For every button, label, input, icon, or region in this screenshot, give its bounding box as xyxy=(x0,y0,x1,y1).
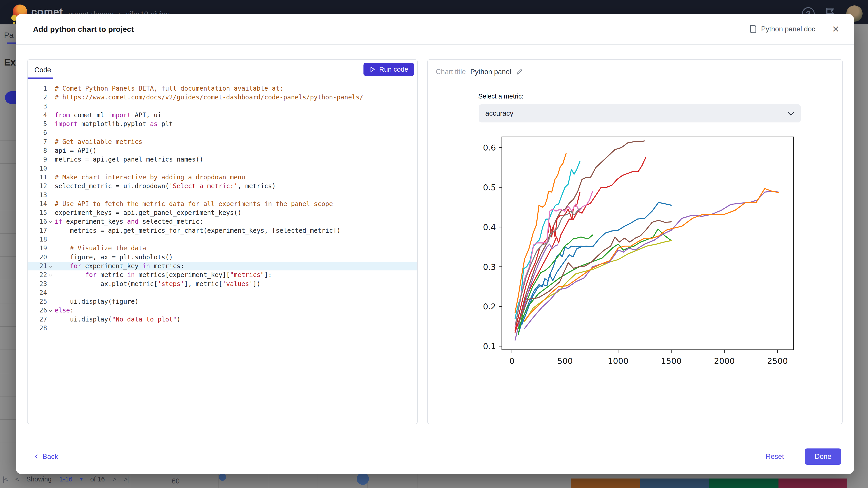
code-line-text: selected_metric = ui.dropdown('Select a … xyxy=(55,182,276,191)
code-line[interactable]: 2# https://www.comet.com/docs/v2/guides/… xyxy=(28,93,417,102)
code-line-text: experiment_keys = api.get_panel_experime… xyxy=(55,208,241,217)
code-line-number: 26 xyxy=(28,306,47,315)
code-line[interactable]: 10 xyxy=(28,164,417,173)
code-line-text: # Get available metrics xyxy=(55,137,143,146)
code-line[interactable]: 9metrics = api.get_panel_metrics_names() xyxy=(28,155,417,164)
code-line-text: figure, ax = plt.subplots() xyxy=(55,253,173,262)
code-line-number: 21 xyxy=(28,262,47,270)
code-line-number: 16 xyxy=(28,217,47,226)
code-fold-gutter xyxy=(47,244,55,253)
chart-y-tick-label: 0.1 xyxy=(483,341,496,351)
code-line-number: 2 xyxy=(28,93,47,102)
code-line-text: if experiment_keys and selected_metric: xyxy=(55,217,203,226)
mini-chart-gridline xyxy=(218,474,219,488)
pagination-last-icon[interactable]: >| xyxy=(124,475,128,483)
background-bar-segment xyxy=(571,479,640,488)
table-row-divider xyxy=(0,443,16,443)
pagination-next-icon[interactable]: > xyxy=(113,475,116,483)
code-line[interactable]: 28 xyxy=(28,324,417,332)
back-button[interactable]: ‹ Back xyxy=(35,453,58,461)
reset-button[interactable]: Reset xyxy=(766,453,784,461)
close-icon[interactable]: ✕ xyxy=(832,25,839,34)
table-row-divider xyxy=(0,187,16,187)
code-line[interactable]: 11# Make chart interactive by adding a d… xyxy=(28,173,417,182)
metric-dropdown[interactable]: accuracy xyxy=(479,104,801,123)
python-panel-doc-link[interactable]: Python panel doc xyxy=(749,25,815,33)
code-line-text: metrics = api.get_metrics_for_chart(expe… xyxy=(55,226,340,235)
code-line-number: 27 xyxy=(28,315,47,324)
pagination-range[interactable]: 1-16 xyxy=(59,476,72,483)
code-fold-chevron-icon[interactable] xyxy=(47,306,55,315)
chart-x-tick-label: 1500 xyxy=(661,356,682,365)
code-line[interactable]: 22 for metric in metrics[experiment_key]… xyxy=(28,270,417,279)
code-line[interactable]: 16if experiment_keys and selected_metric… xyxy=(28,217,417,226)
code-line[interactable]: 24 xyxy=(28,288,417,297)
pagination-prev-icon[interactable]: < xyxy=(15,475,19,483)
code-line-number: 19 xyxy=(28,244,47,253)
code-line[interactable]: 13 xyxy=(28,191,417,199)
code-line-number: 25 xyxy=(28,297,47,306)
code-line[interactable]: 14# Use API to fetch the metric data for… xyxy=(28,199,417,208)
run-code-button[interactable]: Run code xyxy=(364,63,414,76)
code-editor[interactable]: 1# Comet Python Panels BETA, full docume… xyxy=(28,79,417,332)
code-line[interactable]: 27 ui.display("No data to plot") xyxy=(28,315,417,324)
code-fold-gutter xyxy=(47,253,55,262)
code-line[interactable]: 19 # Visualize the data xyxy=(28,244,417,253)
active-tab-underline xyxy=(28,77,53,79)
code-line-text: for metric in metrics[experiment_key]["m… xyxy=(55,270,272,279)
tab-code[interactable]: Code xyxy=(34,66,51,74)
code-line[interactable]: 21 for experiment_key in metrics: xyxy=(28,262,417,270)
edit-pencil-icon[interactable] xyxy=(516,68,523,75)
code-line-text: ax.plot(metric['steps'], metric['values'… xyxy=(55,280,260,288)
code-line-text: # Visualize the data xyxy=(55,244,146,253)
chart-x-tick-label: 2500 xyxy=(767,356,788,365)
chevron-left-icon: ‹ xyxy=(35,451,38,461)
code-line-number: 23 xyxy=(28,280,47,288)
code-fold-chevron-icon[interactable] xyxy=(47,217,55,226)
run-code-label: Run code xyxy=(379,66,408,73)
experiments-heading-truncated: Ex xyxy=(4,57,16,68)
code-line[interactable]: 26else: xyxy=(28,306,417,315)
code-line-number: 3 xyxy=(28,102,47,111)
code-line[interactable]: 20 figure, ax = plt.subplots() xyxy=(28,253,417,262)
code-line[interactable]: 23 ax.plot(metric['steps'], metric['valu… xyxy=(28,280,417,288)
code-line-number: 14 xyxy=(28,199,47,208)
code-fold-chevron-icon[interactable] xyxy=(47,262,55,270)
code-line[interactable]: 17 metrics = api.get_metrics_for_chart(e… xyxy=(28,226,417,235)
chart-y-tick-label: 0.6 xyxy=(483,143,496,152)
primary-pill-button-fragment[interactable] xyxy=(5,91,16,104)
code-fold-gutter xyxy=(47,137,55,146)
metric-select-label: Select a metric: xyxy=(478,93,524,100)
code-line[interactable]: 1# Comet Python Panels BETA, full docume… xyxy=(28,84,417,93)
mini-chart-gridline xyxy=(268,474,268,488)
code-line[interactable]: 4from comet_ml import API, ui xyxy=(28,111,417,120)
background-bar-segment xyxy=(709,479,778,488)
code-line-text: else: xyxy=(55,306,74,315)
code-line[interactable]: 7# Get available metrics xyxy=(28,137,417,146)
code-line-text: ui.display("No data to plot") xyxy=(55,315,180,324)
code-line-text: ui.display(figure) xyxy=(55,297,138,306)
code-fold-chevron-icon[interactable] xyxy=(47,270,55,279)
code-line[interactable]: 25 ui.display(figure) xyxy=(28,297,417,306)
code-line-number: 1 xyxy=(28,84,47,93)
code-fold-gutter xyxy=(47,208,55,217)
chart-y-tick-label: 0.4 xyxy=(483,223,496,232)
back-label: Back xyxy=(42,453,58,461)
code-line[interactable]: 5import matplotlib.pyplot as plt xyxy=(28,120,417,128)
done-button[interactable]: Done xyxy=(805,449,841,465)
code-line[interactable]: 12selected_metric = ui.dropdown('Select … xyxy=(28,182,417,191)
chart-series-line xyxy=(525,240,671,322)
code-fold-gutter xyxy=(47,280,55,288)
code-line[interactable]: 3 xyxy=(28,102,417,111)
code-line-text: # https://www.comet.com/docs/v2/guides/c… xyxy=(55,93,363,102)
pagination-range-caret-icon[interactable]: ▾ xyxy=(80,476,83,482)
code-line[interactable]: 6 xyxy=(28,128,417,137)
code-line[interactable]: 18 xyxy=(28,235,417,244)
code-fold-gutter xyxy=(47,288,55,297)
pagination-first-icon[interactable]: |< xyxy=(3,475,7,483)
code-line[interactable]: 8api = API() xyxy=(28,146,417,155)
code-line-text: import matplotlib.pyplot as plt xyxy=(55,120,173,128)
panels-tab-truncated[interactable]: Pa xyxy=(4,31,13,39)
chart-series-line xyxy=(518,141,645,324)
code-line[interactable]: 15experiment_keys = api.get_panel_experi… xyxy=(28,208,417,217)
